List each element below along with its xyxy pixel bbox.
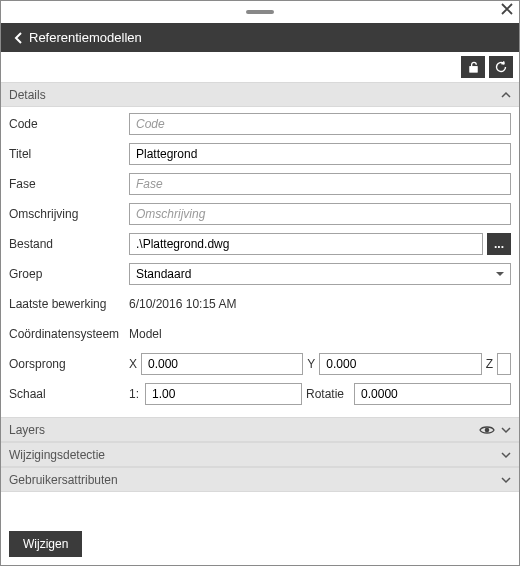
chevron-down-icon — [501, 425, 511, 435]
label-y: Y — [307, 357, 315, 371]
refresh-icon — [494, 60, 508, 74]
label-description: Omschrijving — [9, 207, 129, 221]
label-code: Code — [9, 117, 129, 131]
origin-x-input[interactable] — [141, 353, 303, 375]
label-scale: Schaal — [9, 387, 129, 401]
section-layers[interactable]: Layers — [1, 417, 519, 442]
label-coord-sys: Coördinatensysteem — [9, 327, 129, 341]
coord-sys-value: Model — [129, 327, 162, 341]
file-input[interactable] — [129, 233, 483, 255]
titlebar[interactable] — [1, 1, 519, 23]
chevron-left-icon — [13, 32, 25, 44]
label-file: Bestand — [9, 237, 129, 251]
browse-button[interactable]: ... — [487, 233, 511, 255]
details-form: Code Titel Fase Omschrijving Bestand ...… — [1, 107, 519, 417]
code-input[interactable] — [129, 113, 511, 135]
drag-grip-icon — [246, 10, 274, 14]
unlock-button[interactable] — [461, 56, 485, 78]
toolbar — [1, 52, 519, 82]
label-rotation: Rotatie — [306, 387, 350, 401]
section-userattrs-label: Gebruikersattributen — [9, 473, 118, 487]
chevron-down-icon — [501, 450, 511, 460]
scale-prefix: 1: — [129, 387, 141, 401]
label-z: Z — [486, 357, 493, 371]
label-x: X — [129, 357, 137, 371]
section-changes[interactable]: Wijzigingsdetectie — [1, 442, 519, 467]
phase-input[interactable] — [129, 173, 511, 195]
close-icon[interactable] — [501, 3, 513, 15]
chevron-up-icon — [501, 90, 511, 100]
scale-input[interactable] — [145, 383, 302, 405]
apply-button[interactable]: Wijzigen — [9, 531, 82, 557]
last-edit-value: 6/10/2016 10:15 AM — [129, 297, 236, 311]
refresh-button[interactable] — [489, 56, 513, 78]
back-button[interactable]: Referentiemodellen — [7, 23, 148, 52]
section-changes-label: Wijzigingsdetectie — [9, 448, 105, 462]
title-input[interactable] — [129, 143, 511, 165]
group-select[interactable] — [129, 263, 511, 285]
label-last-edit: Laatste bewerking — [9, 297, 129, 311]
section-userattrs[interactable]: Gebruikersattributen — [1, 467, 519, 492]
rotation-input[interactable] — [354, 383, 511, 405]
label-title: Titel — [9, 147, 129, 161]
label-group: Groep — [9, 267, 129, 281]
section-details[interactable]: Details — [1, 82, 519, 107]
header-title: Referentiemodellen — [29, 30, 142, 45]
section-details-label: Details — [9, 88, 46, 102]
description-input[interactable] — [129, 203, 511, 225]
origin-y-input[interactable] — [319, 353, 481, 375]
eye-icon[interactable] — [479, 424, 495, 436]
unlock-icon — [467, 61, 480, 74]
label-phase: Fase — [9, 177, 129, 191]
header-bar: Referentiemodellen — [1, 23, 519, 52]
label-origin: Oorsprong — [9, 357, 129, 371]
svg-point-1 — [485, 427, 490, 432]
section-layers-label: Layers — [9, 423, 45, 437]
origin-z-input[interactable] — [497, 353, 511, 375]
dialog-window: Referentiemodellen Details Code T — [0, 0, 520, 566]
svg-rect-0 — [469, 66, 476, 72]
chevron-down-icon — [501, 475, 511, 485]
footer: Wijzigen — [1, 523, 519, 565]
